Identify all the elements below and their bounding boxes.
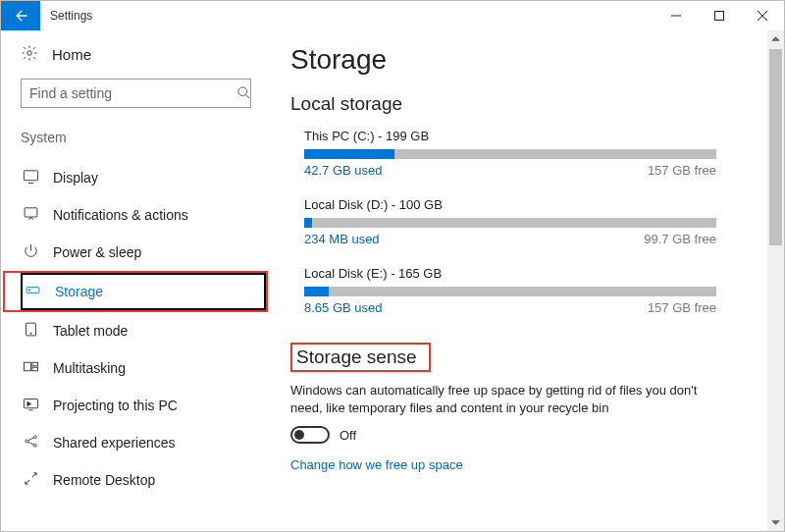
- close-button[interactable]: [741, 1, 784, 30]
- tablet-icon: [23, 321, 39, 341]
- scroll-down-button[interactable]: [767, 514, 784, 531]
- sidebar: Home System Display Notifications & acti…: [1, 30, 271, 531]
- sidebar-item-multitasking[interactable]: Multitasking: [21, 349, 261, 387]
- sidebar-item-label: Projecting to this PC: [53, 398, 178, 413]
- shared-icon: [23, 433, 39, 452]
- disk-body: Local Disk (E:) - 165 GB 8.65 GB used 15…: [304, 266, 738, 315]
- search-box[interactable]: [21, 79, 261, 108]
- svg-rect-11: [32, 367, 38, 371]
- svg-rect-9: [24, 362, 30, 371]
- search-input[interactable]: [21, 79, 251, 108]
- disk-title: Local Disk (D:) - 100 GB: [304, 197, 738, 212]
- storage-sense-toggle-row: Off: [290, 426, 738, 444]
- disk-free: 99.7 GB free: [644, 232, 716, 246]
- sidebar-item-label: Display: [53, 170, 98, 186]
- disk-item-c[interactable]: This PC (C:) - 199 GB 42.7 GB used 157 G…: [290, 129, 738, 178]
- svg-rect-4: [25, 208, 37, 217]
- sidebar-item-label: Notifications & actions: [53, 207, 188, 223]
- scroll-thumb[interactable]: [769, 49, 782, 245]
- disk-title: This PC (C:) - 199 GB: [304, 129, 738, 143]
- disk-item-e[interactable]: Local Disk (E:) - 165 GB 8.65 GB used 15…: [290, 266, 738, 315]
- svg-point-6: [28, 290, 29, 291]
- sidebar-item-projecting[interactable]: Projecting to this PC: [21, 387, 261, 424]
- disk-free: 157 GB free: [648, 300, 716, 315]
- disk-meta: 8.65 GB used 157 GB free: [304, 300, 716, 315]
- titlebar: Settings: [1, 1, 784, 30]
- sidebar-item-notifications[interactable]: Notifications & actions: [21, 196, 261, 234]
- minimize-button[interactable]: [654, 1, 698, 30]
- disk-bar-fill: [304, 287, 329, 296]
- toggle-state-label: Off: [340, 428, 356, 443]
- svg-point-2: [238, 87, 247, 96]
- storage-sense-toggle[interactable]: [290, 426, 330, 444]
- sidebar-item-label: Multitasking: [53, 360, 126, 376]
- disk-used: 42.7 GB used: [304, 163, 383, 178]
- display-icon: [23, 168, 39, 187]
- sidebar-item-label: Shared experiences: [53, 435, 176, 451]
- storage-icon: [25, 282, 41, 301]
- disk-body: This PC (C:) - 199 GB 42.7 GB used 157 G…: [304, 129, 738, 178]
- disk-bar-fill: [304, 149, 394, 159]
- disk-free: 157 GB free: [648, 163, 716, 178]
- svg-rect-3: [24, 171, 37, 181]
- scroll-up-button[interactable]: [767, 30, 784, 47]
- power-icon: [23, 242, 39, 262]
- main-panel: Storage Local storage This PC (C:) - 199…: [271, 30, 767, 531]
- sidebar-item-label: Tablet mode: [53, 323, 128, 339]
- svg-point-14: [33, 436, 36, 439]
- disk-used: 8.65 GB used: [304, 300, 383, 315]
- sidebar-item-tablet[interactable]: Tablet mode: [21, 312, 261, 349]
- svg-point-1: [27, 51, 32, 56]
- sidebar-item-power[interactable]: Power & sleep: [21, 234, 261, 271]
- notifications-icon: [23, 205, 39, 225]
- scrollbar[interactable]: [767, 30, 784, 531]
- window-title: Settings: [40, 1, 102, 30]
- svg-point-8: [30, 333, 31, 334]
- sidebar-item-storage[interactable]: Storage: [21, 273, 266, 310]
- local-storage-heading: Local storage: [290, 93, 738, 115]
- sidebar-item-shared[interactable]: Shared experiences: [21, 424, 261, 461]
- disk-used: 234 MB used: [304, 232, 380, 246]
- disk-meta: 234 MB used 99.7 GB free: [304, 232, 716, 246]
- page-title: Storage: [290, 44, 738, 76]
- home-label: Home: [52, 46, 91, 63]
- gear-icon: [21, 44, 38, 65]
- title-spacer: [102, 1, 654, 30]
- sidebar-item-remote[interactable]: Remote Desktop: [21, 461, 261, 499]
- disk-bar-fill: [304, 218, 312, 228]
- search-icon: [236, 85, 251, 103]
- svg-point-15: [33, 444, 36, 447]
- sidebar-item-label: Power & sleep: [53, 244, 141, 260]
- multitasking-icon: [23, 358, 39, 378]
- home-link[interactable]: Home: [21, 44, 261, 65]
- sidebar-item-label: Storage: [55, 284, 103, 299]
- svg-point-13: [26, 440, 28, 443]
- disk-title: Local Disk (E:) - 165 GB: [304, 266, 738, 281]
- content-area: Home System Display Notifications & acti…: [1, 30, 784, 531]
- change-free-space-link[interactable]: Change how we free up space: [290, 457, 738, 472]
- toggle-knob: [294, 430, 304, 440]
- section-label: System: [21, 130, 261, 145]
- disk-meta: 42.7 GB used 157 GB free: [304, 163, 716, 178]
- svg-rect-0: [715, 12, 724, 21]
- disk-item-d[interactable]: Local Disk (D:) - 100 GB 234 MB used 99.…: [290, 197, 738, 246]
- storage-sense-heading: Storage sense: [296, 346, 417, 367]
- sidebar-item-display[interactable]: Display: [21, 159, 261, 196]
- disk-body: Local Disk (D:) - 100 GB 234 MB used 99.…: [304, 197, 738, 246]
- disk-bar: [304, 287, 716, 296]
- annotation-highlight-storage: Storage: [3, 271, 268, 312]
- maximize-button[interactable]: [698, 1, 741, 30]
- svg-rect-10: [32, 362, 38, 366]
- disk-bar: [304, 149, 716, 159]
- remote-icon: [23, 470, 39, 490]
- annotation-highlight-sense: Storage sense: [290, 343, 431, 372]
- main-wrap: Storage Local storage This PC (C:) - 199…: [271, 30, 784, 531]
- disk-bar: [304, 218, 716, 228]
- sidebar-item-label: Remote Desktop: [53, 472, 155, 488]
- projecting-icon: [23, 396, 39, 415]
- storage-sense-description: Windows can automatically free up space …: [290, 382, 712, 416]
- back-button[interactable]: [1, 1, 40, 30]
